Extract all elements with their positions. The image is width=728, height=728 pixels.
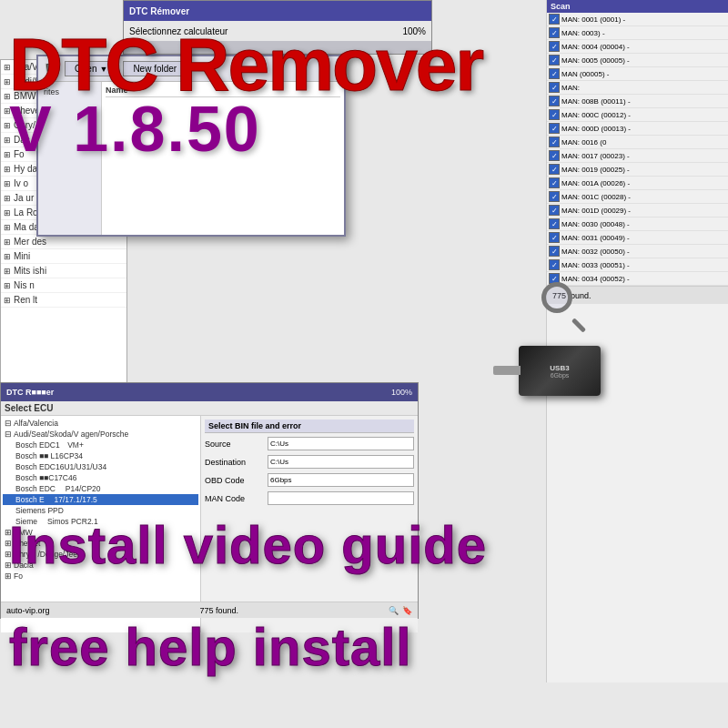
usb-label: USB3 (550, 364, 569, 372)
footer-count: 775 found. (199, 606, 238, 615)
rcp-item-label: MAN: 0019 (00025) - (561, 166, 630, 174)
rcp-item-label: MAN: 001C (00028) - (561, 193, 631, 201)
tree-bosch-e-sel[interactable]: Bosch E 17/17.1/17.5 (3, 494, 198, 505)
destination-label: Destination (205, 458, 264, 467)
rcp-list-item[interactable]: ✓MAN: 0001 (0001) - (547, 13, 728, 26)
rcp-item-label: MAN: 0030 (00048) - (561, 220, 630, 228)
rcp-list-item[interactable]: ✓MAN: 0031 (00049) - (547, 231, 728, 245)
ecu-window-logo: DTC R■■■er (6, 388, 54, 397)
tree-bosch-c17c46[interactable]: Bosch ■■C17C46 (3, 472, 198, 483)
rcp-list-item[interactable]: ✓MAN: 0032 (00050) - (547, 245, 728, 258)
rcp-checkbox[interactable]: ✓ (549, 232, 560, 243)
rcp-checkbox[interactable]: ✓ (549, 218, 560, 229)
percent-2: 100% (391, 388, 412, 397)
usb-label2: 6Gbps (551, 372, 570, 379)
usb-drive: USB3 6Gbps (519, 346, 601, 396)
install-guide-heading: Install video guide (9, 518, 728, 573)
rcp-list-item[interactable]: ✓MAN: 001D (00029) - (547, 204, 728, 217)
man-input[interactable] (268, 491, 414, 505)
tree-item-niss[interactable]: ⊞ Nis n (1, 278, 126, 293)
rcp-item-label: MAN: 0033 (00051) - (561, 261, 630, 269)
obd-row: OBD Code (205, 473, 414, 487)
rcp-item-label: MAN: 001A (00026) - (561, 179, 630, 187)
rcp-checkbox[interactable]: ✓ (549, 164, 560, 175)
rcp-item-label: MAN: 0001 (0001) - (561, 15, 625, 24)
rcp-checkbox[interactable]: ✓ (549, 191, 560, 202)
rcp-item-label: MAN: 0032 (00050) - (561, 248, 630, 256)
rcp-list-item[interactable]: ✓MAN: 001A (00026) - (547, 177, 728, 190)
rcp-checkbox[interactable]: ✓ (549, 246, 560, 257)
tree-item-merc[interactable]: ⊞ Mer des (1, 235, 126, 249)
down-arrow-icon: 🔍 (389, 606, 399, 615)
ecu-titlebar: DTC R■■■er 100% (1, 383, 418, 401)
tree-bosch-edc1[interactable]: Bosch EDC1 VM+ (3, 440, 198, 450)
tree-item-mits[interactable]: ⊞ Mits ishi (1, 264, 126, 278)
rcp-list-item[interactable]: ✓MAN: 0033 (00051) - (547, 258, 728, 272)
footer-url: auto-vip.org (6, 606, 50, 615)
usb-body: USB3 6Gbps (519, 346, 601, 396)
obd-input[interactable] (268, 473, 414, 487)
top-titlebar: DTC Rémover (124, 1, 431, 21)
usb-connector (493, 366, 521, 375)
rcp-item-label: MAN: 0031 (00049) - (561, 234, 630, 242)
man-label: MAN Code (205, 494, 264, 503)
free-help-block: free help install (0, 621, 728, 673)
source-input[interactable] (268, 437, 414, 450)
magnifier (541, 282, 587, 328)
main-title-block: DTC Remover V 1.8.50 (0, 27, 728, 161)
rcp-list-item[interactable]: ✓MAN: 0019 (00025) - (547, 163, 728, 177)
rcp-item-label: MAN: 001D (00029) - (561, 207, 631, 215)
rcp-list-item[interactable]: ✓MAN: 0030 (00048) - (547, 217, 728, 231)
obd-label: OBD Code (205, 476, 264, 485)
bookmark-icon: 🔖 (402, 606, 412, 615)
usb-area (541, 282, 587, 328)
source-row: Source (205, 437, 414, 450)
magnifier-circle (541, 282, 572, 313)
free-help-heading: free help install (9, 621, 728, 673)
rcp-checkbox[interactable]: ✓ (549, 259, 560, 270)
tree-audi[interactable]: ⊟Audi/Seat/Skoda/V agen/Porsche (3, 429, 198, 440)
rcp-header: Scan (547, 0, 728, 13)
destination-input[interactable] (268, 455, 414, 469)
tree-bosch-edc-p14[interactable]: Bosch EDC P14/CP20 (3, 483, 198, 494)
rcp-checkbox[interactable]: ✓ (549, 177, 560, 188)
ecu-select-window: DTC R■■■er 100% Select ECU ⊟Alfa/Valenci… (0, 382, 419, 619)
source-label: Source (205, 440, 264, 449)
version-heading: V 1.8.50 (9, 97, 728, 161)
tree-bosch-edc16[interactable]: Bosch EDC16U1/U31/U34 (3, 461, 198, 472)
tree-item-mini[interactable]: ⊞ Mini (1, 249, 126, 264)
dtc-remover-heading: DTC Remover (9, 27, 728, 102)
dest-row: Destination (205, 455, 414, 469)
select-ecu-label: Select ECU (1, 401, 418, 416)
dtc-logo-small-text: DTC Rémover (129, 6, 189, 16)
rcp-checkbox[interactable]: ✓ (549, 14, 560, 25)
rcp-list-item[interactable]: ✓MAN: 001C (00028) - (547, 190, 728, 204)
tree-bosch-l16[interactable]: Bosch ■■ L16CP34 (3, 450, 198, 461)
ecu-footer: auto-vip.org 775 found. 🔍 🔖 (1, 602, 418, 618)
tree-item-ren[interactable]: ⊞ Ren lt (1, 293, 126, 308)
install-guide-block: Install video guide (0, 518, 728, 573)
rcp-checkbox[interactable]: ✓ (549, 205, 560, 216)
select-bin-label: Select BIN file and error (205, 420, 414, 433)
footer-icons: 🔍 🔖 (389, 606, 412, 615)
tree-alfa[interactable]: ⊟Alfa/Valencia (3, 418, 198, 429)
man-row: MAN Code (205, 491, 414, 505)
